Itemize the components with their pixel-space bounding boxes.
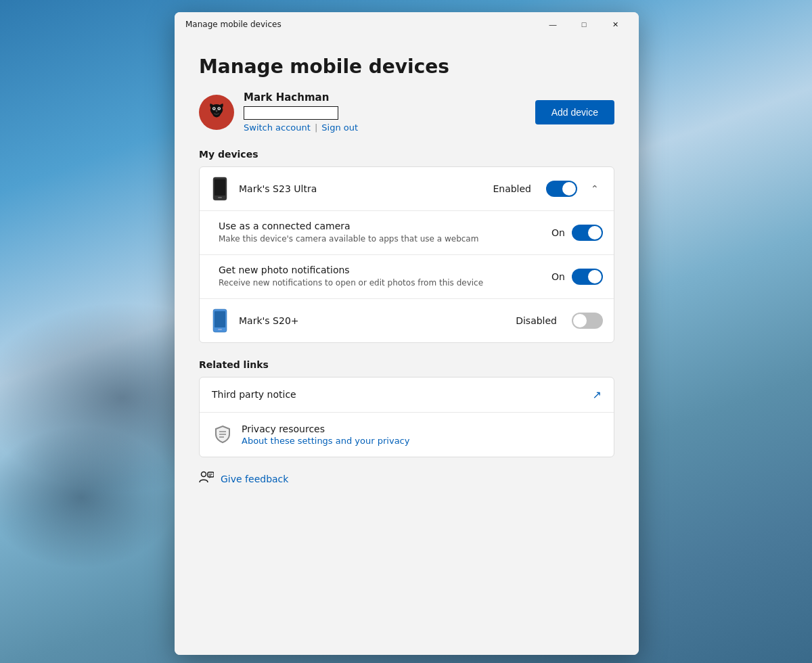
privacy-resources-title: Privacy resources (242, 424, 602, 434)
privacy-resources-subtitle: About these settings and your privacy (242, 436, 602, 446)
s23-chevron-button[interactable]: ⌃ (587, 182, 603, 196)
photo-notifications-desc: Receive new notifications to open or edi… (219, 277, 542, 289)
connected-camera-title: Use as a connected camera (219, 221, 542, 231)
photo-notifications-row: Get new photo notifications Receive new … (200, 255, 614, 299)
phone-s23-icon (210, 177, 229, 201)
s20-status: Disabled (516, 315, 557, 326)
photo-notifications-toggle[interactable] (572, 269, 603, 285)
svg-point-16 (202, 472, 206, 476)
window-content: Manage mobile devices (175, 37, 639, 655)
sign-out-link[interactable]: Sign out (321, 122, 358, 133)
feedback-row[interactable]: Give feedback (199, 471, 614, 487)
privacy-shield-icon (212, 424, 233, 445)
phone-s20-icon (210, 308, 229, 333)
switch-account-link[interactable]: Switch account (244, 122, 311, 133)
connected-camera-status: On (551, 227, 565, 238)
table-row: Mark's S20+ Disabled (200, 299, 614, 342)
third-party-notice-title: Third party notice (212, 389, 593, 400)
account-section: Mark Hachman Switch account | Sign out A… (199, 91, 614, 133)
photo-notifications-text: Get new photo notifications Receive new … (219, 265, 542, 289)
connected-camera-text: Use as a connected camera Make this devi… (219, 221, 542, 245)
phone-blue-svg (212, 308, 227, 333)
s20-device-name: Mark's S20+ (239, 315, 506, 326)
my-devices-label: My devices (199, 149, 614, 160)
avatar (199, 95, 234, 130)
s23-status: Enabled (493, 183, 531, 194)
devices-container: Mark's S23 Ultra Enabled ⌃ Use as a conn… (199, 166, 614, 343)
feedback-label: Give feedback (221, 474, 288, 484)
s20-toggle[interactable] (572, 313, 603, 329)
svg-point-4 (213, 108, 215, 109)
photo-notifications-status: On (551, 271, 565, 282)
account-links: Switch account | Sign out (244, 122, 358, 133)
connected-camera-desc: Make this device's camera available to a… (219, 233, 542, 245)
account-info: Mark Hachman Switch account | Sign out (244, 91, 358, 133)
account-name: Mark Hachman (244, 91, 358, 104)
avatar-image (200, 96, 233, 129)
s23-device-name: Mark's S23 Ultra (239, 183, 483, 194)
manage-mobile-devices-window: Manage mobile devices — □ ✕ Manage mobil… (175, 12, 639, 655)
privacy-resources-text: Privacy resources About these settings a… (242, 424, 602, 446)
photo-notifications-right: On (551, 269, 603, 285)
connected-camera-right: On (551, 225, 603, 241)
maximize-button[interactable]: □ (568, 14, 600, 35)
close-button[interactable]: ✕ (600, 14, 631, 35)
account-email-bar (244, 106, 338, 120)
privacy-resources-row[interactable]: Privacy resources About these settings a… (200, 413, 614, 457)
s23-toggle[interactable] (546, 181, 577, 197)
related-links-label: Related links (199, 359, 614, 370)
window-title: Manage mobile devices (185, 20, 281, 29)
titlebar: Manage mobile devices — □ ✕ (175, 12, 639, 37)
table-row: Mark's S23 Ultra Enabled ⌃ (200, 167, 614, 211)
svg-rect-11 (215, 311, 225, 327)
connected-camera-toggle[interactable] (572, 225, 603, 241)
page-title: Manage mobile devices (199, 55, 614, 78)
svg-rect-8 (215, 179, 225, 196)
related-links-container: Third party notice ↗ Priva (199, 377, 614, 457)
feedback-svg (199, 471, 214, 484)
link-separator: | (315, 122, 317, 133)
account-left: Mark Hachman Switch account | Sign out (199, 91, 358, 133)
feedback-icon (199, 471, 214, 487)
connected-camera-row: Use as a connected camera Make this devi… (200, 211, 614, 255)
minimize-button[interactable]: — (537, 14, 568, 35)
shield-svg (213, 425, 232, 444)
third-party-notice-row[interactable]: Third party notice ↗ (200, 378, 614, 413)
svg-rect-12 (218, 329, 222, 330)
window-controls: — □ ✕ (537, 14, 631, 35)
photo-notifications-title: Get new photo notifications (219, 265, 542, 275)
svg-rect-9 (218, 197, 222, 198)
svg-point-6 (219, 108, 220, 109)
third-party-notice-text: Third party notice (212, 389, 593, 400)
add-device-button[interactable]: Add device (535, 100, 614, 124)
external-link-icon: ↗ (593, 388, 602, 401)
phone-dark-svg (212, 177, 227, 201)
